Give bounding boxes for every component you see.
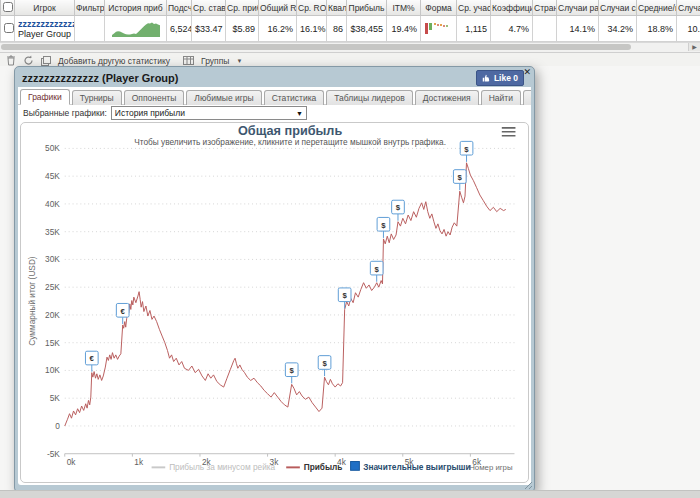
groups-caret-icon[interactable]: ▼ bbox=[236, 58, 242, 64]
scrollbar-right-arrow-icon[interactable]: ▶ bbox=[688, 43, 700, 51]
stat-cell: 1,115 bbox=[457, 16, 491, 42]
tab-Статистика[interactable]: Статистика bbox=[264, 90, 325, 105]
stat-cell: $5.89 bbox=[226, 16, 259, 42]
page-bottom-strip bbox=[0, 490, 700, 498]
legend-item-profit[interactable]: Прибыль bbox=[286, 462, 342, 472]
close-icon[interactable]: ✕ bbox=[523, 67, 531, 77]
column-header[interactable]: Ср. учас bbox=[457, 0, 491, 16]
stat-cell: 86 bbox=[327, 16, 347, 42]
column-header[interactable]: Средние/пс bbox=[637, 0, 677, 16]
tab-Найти[interactable]: Найти bbox=[481, 90, 521, 105]
column-header[interactable]: Прибыль bbox=[347, 0, 387, 16]
y-tick-label: 50K bbox=[45, 143, 60, 153]
svg-text:$: $ bbox=[458, 173, 463, 182]
y-tick-label: 5K bbox=[50, 393, 61, 403]
column-header[interactable]: Ср. приб bbox=[226, 0, 259, 16]
profit-chart-svg[interactable]: 50K45K40K35K30K25K20K15K10K5K0-5K0k1k2k3… bbox=[21, 123, 528, 482]
trash-icon[interactable] bbox=[6, 55, 16, 66]
tab-Турниры[interactable]: Турниры bbox=[72, 90, 122, 105]
groups-button[interactable]: Группы bbox=[201, 56, 229, 66]
column-header[interactable]: Общий RO bbox=[259, 0, 297, 16]
profit-chart-container[interactable]: 50K45K40K35K30K25K20K15K10K5K0-5K0k1k2k3… bbox=[20, 122, 529, 483]
player-name[interactable]: zzzzzzzzzzzzzz bbox=[18, 19, 71, 29]
sparkline-area-icon bbox=[112, 19, 160, 37]
svg-text:€: € bbox=[121, 307, 126, 316]
stat-cell: 16.2% bbox=[259, 16, 297, 42]
tab-Графики[interactable]: Графики bbox=[20, 89, 70, 105]
big-win-flag[interactable]: $ bbox=[460, 141, 473, 161]
stat-cell: 14.1% bbox=[557, 16, 599, 42]
form-bars-icon bbox=[424, 20, 452, 36]
player-group-popup: zzzzzzzzzzzzzz (Player Group) Like 0 ✕ Г… bbox=[14, 66, 535, 492]
tab-Достижения[interactable]: Достижения bbox=[415, 90, 479, 105]
refresh-icon[interactable] bbox=[23, 55, 34, 66]
column-header[interactable]: Ср. ставка bbox=[192, 0, 226, 16]
legend-item-rake-adjusted[interactable]: Прибыль за минусом рейка bbox=[152, 462, 276, 472]
stat-cell: 16.1% bbox=[297, 16, 327, 42]
column-header[interactable]: Случаи ран bbox=[557, 0, 599, 16]
column-header[interactable]: Форма bbox=[421, 0, 457, 16]
y-axis-title: Суммарный итог (USD) bbox=[27, 256, 37, 346]
stat-cell: 19.4% bbox=[387, 16, 421, 42]
column-header[interactable]: Стран bbox=[533, 0, 557, 16]
column-header[interactable]: Ср. ROI bbox=[297, 0, 327, 16]
tab-Таблицы лидеров[interactable]: Таблицы лидеров bbox=[326, 90, 412, 105]
player-cell: zzzzzzzzzzzzzzPlayer Group bbox=[15, 16, 75, 42]
big-win-flag[interactable]: $ bbox=[370, 261, 383, 281]
profit-history-sparkline bbox=[105, 16, 167, 42]
tab-Оппоненты[interactable]: Оппоненты bbox=[124, 90, 185, 105]
groups-icon[interactable] bbox=[183, 56, 194, 65]
table-row[interactable]: zzzzzzzzzzzzzzPlayer Group6,524$33.47$5.… bbox=[1, 16, 700, 42]
stats-table-panel: ИгрокФильтрИстория прибПодсчеСр. ставкаС… bbox=[0, 0, 700, 69]
select-all-header[interactable] bbox=[1, 0, 15, 16]
chart-type-select[interactable]: История прибыли ▼ bbox=[111, 106, 307, 120]
y-tick-label: 30K bbox=[45, 254, 60, 264]
svg-text:$: $ bbox=[342, 291, 347, 300]
chart-type-value: История прибыли bbox=[115, 108, 185, 118]
column-header[interactable]: Подсче bbox=[167, 0, 192, 16]
resize-handle[interactable] bbox=[524, 481, 533, 490]
stat-cell: 4.7% bbox=[491, 16, 533, 42]
row-checkbox[interactable] bbox=[4, 23, 14, 33]
big-win-flag[interactable]: $ bbox=[377, 217, 390, 237]
column-header[interactable]: История приб bbox=[105, 0, 167, 16]
column-header[interactable]: Квал bbox=[327, 0, 347, 16]
popup-tabs: ГрафикиТурнирыОппонентыЛюбимые игрыСтати… bbox=[18, 87, 531, 105]
horizontal-scrollbar[interactable]: ▶ bbox=[0, 42, 700, 53]
thumb-up-icon bbox=[482, 73, 491, 83]
big-win-flag[interactable]: € bbox=[116, 303, 129, 323]
big-win-flag[interactable]: $ bbox=[453, 170, 466, 190]
tab-Опубликовать[interactable]: Опубликовать bbox=[523, 90, 531, 105]
big-win-flag[interactable]: $ bbox=[285, 363, 298, 383]
column-header[interactable]: ITM% bbox=[387, 0, 421, 16]
big-win-flag[interactable]: $ bbox=[318, 356, 331, 376]
chart-menu-icon[interactable] bbox=[502, 128, 516, 136]
svg-text:$: $ bbox=[396, 203, 401, 212]
chart-title: Общая прибыль bbox=[238, 124, 342, 138]
scrollbar-thumb[interactable] bbox=[1, 44, 631, 50]
popup-content: ГрафикиТурнирыОппонентыЛюбимые игрыСтати… bbox=[18, 87, 531, 485]
popup-titlebar[interactable]: zzzzzzzzzzzzzz (Player Group) Like 0 ✕ bbox=[15, 67, 534, 87]
add-statistic-button[interactable]: Добавить другую статистику bbox=[58, 56, 170, 66]
column-header[interactable]: Случаи позд bbox=[677, 0, 700, 16]
y-tick-label: 45K bbox=[45, 171, 60, 181]
stat-cell: $38,455 bbox=[347, 16, 387, 42]
y-tick-label: 35K bbox=[45, 227, 60, 237]
tab-Любимые игры[interactable]: Любимые игры bbox=[186, 90, 261, 105]
big-win-flag[interactable]: € bbox=[85, 351, 98, 371]
svg-text:$: $ bbox=[375, 265, 380, 274]
svg-text:$: $ bbox=[381, 221, 386, 230]
column-header[interactable]: Коэффициен bbox=[491, 0, 533, 16]
profit-series-line bbox=[65, 163, 506, 426]
legend-item-big-wins[interactable]: Значительные выигрыши bbox=[351, 462, 471, 473]
column-header[interactable]: Случаи ср bbox=[599, 0, 637, 16]
y-tick-label: 15K bbox=[45, 338, 60, 348]
select-all-checkbox[interactable] bbox=[3, 2, 13, 12]
add-statistic-icon[interactable] bbox=[41, 56, 51, 66]
player-type: Player Group bbox=[18, 29, 71, 39]
column-header[interactable]: Игрок bbox=[15, 0, 75, 16]
column-header[interactable]: Фильтр bbox=[75, 0, 105, 16]
y-tick-label: 20K bbox=[45, 310, 60, 320]
big-win-flag[interactable]: $ bbox=[392, 200, 405, 220]
facebook-like-button[interactable]: Like 0 bbox=[476, 70, 524, 86]
